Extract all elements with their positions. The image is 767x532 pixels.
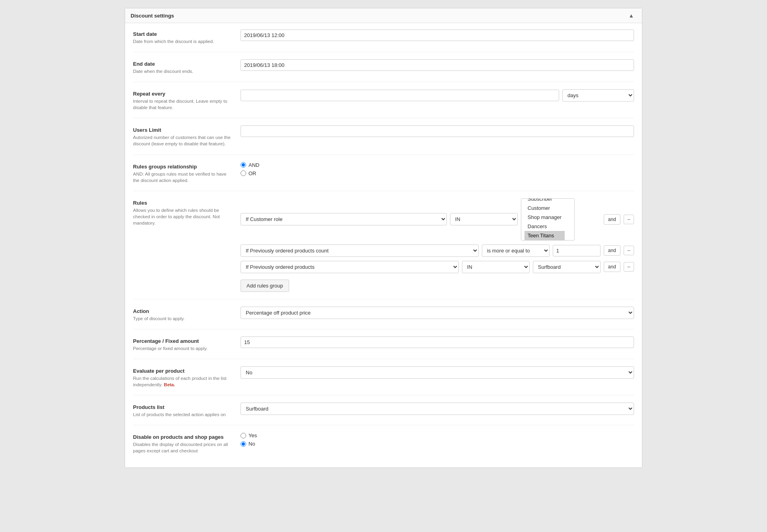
repeat-every-unit-select[interactable]: days weeks months bbox=[562, 89, 634, 102]
products-list-select[interactable]: Surfboard Product B Product C bbox=[241, 403, 634, 415]
users-limit-desc: Autorized number of customers that can u… bbox=[133, 135, 231, 146]
rules-groups-label-col: Rules groups relationship AND: All group… bbox=[133, 162, 241, 184]
disable-yes-label: Yes bbox=[248, 432, 257, 438]
repeat-every-label-col: Repeat every Interval to repeat the disc… bbox=[133, 89, 241, 111]
products-list-control: Surfboard Product B Product C bbox=[241, 403, 634, 415]
percentage-amount-desc: Percentage or fixed amount to apply. bbox=[133, 346, 207, 351]
disable-on-pages-desc: Disables the display of discounted price… bbox=[133, 442, 228, 453]
products-list-label: Products list bbox=[133, 404, 233, 410]
evaluate-per-product-desc: Run the calculations of each product in … bbox=[133, 376, 227, 387]
rule-2-row: If Customer role If Previously ordered p… bbox=[241, 244, 634, 257]
repeat-every-row: Repeat every Interval to repeat the disc… bbox=[133, 89, 634, 118]
radio-and-label: AND bbox=[248, 162, 259, 168]
rule-3-value: Surfboard Product B Product C bbox=[533, 261, 601, 273]
action-select[interactable]: Percentage off product price Fixed amoun… bbox=[241, 307, 634, 319]
rule-2-remove-button[interactable]: − bbox=[624, 246, 634, 255]
rules-container: If Customer role If Previously ordered p… bbox=[241, 198, 634, 292]
disable-yes-option[interactable]: Yes bbox=[241, 432, 634, 438]
disable-no-label: No bbox=[248, 441, 255, 447]
add-rules-group-button[interactable]: Add rules group bbox=[241, 280, 289, 292]
panel-body: Start date Date from which the discount … bbox=[125, 23, 642, 467]
rule-2-and-button[interactable]: and bbox=[604, 245, 620, 256]
rule-3-remove-button[interactable]: − bbox=[624, 262, 634, 272]
rule-3-condition: If Customer role If Previously ordered p… bbox=[241, 261, 459, 273]
users-limit-input[interactable] bbox=[241, 125, 634, 137]
end-date-input[interactable] bbox=[241, 59, 634, 71]
panel-title: Discount settings bbox=[131, 13, 174, 19]
rules-groups-control: AND OR bbox=[241, 162, 634, 176]
repeat-every-input[interactable] bbox=[241, 90, 559, 101]
products-list-label-col: Products list List of products the selec… bbox=[133, 403, 241, 418]
rule-1-operator: IN NOT IN is more or equal to bbox=[450, 213, 518, 225]
action-row: Action Type of discount to apply. Percen… bbox=[133, 307, 634, 329]
start-date-control bbox=[241, 29, 634, 41]
end-date-label-col: End date Date when the discount ends. bbox=[133, 59, 241, 74]
disable-no-radio[interactable] bbox=[241, 441, 246, 447]
products-list-row: Products list List of products the selec… bbox=[133, 403, 634, 425]
panel-collapse-button[interactable]: ▲ bbox=[626, 12, 636, 20]
rules-desc: Allows you to define which rules should … bbox=[133, 208, 220, 225]
rules-row: Rules Allows you to define which rules s… bbox=[133, 198, 634, 299]
rule-2-condition-select[interactable]: If Customer role If Previously ordered p… bbox=[241, 244, 479, 257]
evaluate-per-product-label-col: Evaluate per product Run the calculation… bbox=[133, 366, 241, 388]
rule-3-operator: IN NOT IN is more or equal to bbox=[462, 261, 530, 273]
rule-3-operator-select[interactable]: IN NOT IN is more or equal to bbox=[462, 261, 530, 273]
radio-or-option[interactable]: OR bbox=[241, 170, 634, 176]
disable-on-pages-label: Disable on products and shop pages bbox=[133, 434, 233, 440]
disable-yes-radio[interactable] bbox=[241, 433, 246, 438]
percentage-amount-label: Percentage / Fixed amount bbox=[133, 338, 233, 344]
users-limit-row: Users Limit Autorized number of customer… bbox=[133, 125, 634, 155]
start-date-label: Start date bbox=[133, 31, 233, 37]
percentage-amount-label-col: Percentage / Fixed amount Percentage or … bbox=[133, 336, 241, 352]
rule-2-condition: If Customer role If Previously ordered p… bbox=[241, 244, 479, 257]
start-date-desc: Date from which the discount is applied. bbox=[133, 39, 214, 44]
rule-1-multiselect[interactable]: Subscriber Customer Shop manager Dancers… bbox=[521, 198, 575, 241]
percentage-amount-input[interactable] bbox=[241, 336, 634, 348]
users-limit-label-col: Users Limit Autorized number of customer… bbox=[133, 125, 241, 147]
evaluate-per-product-select[interactable]: No Yes bbox=[241, 366, 634, 379]
rule-3-value-select[interactable]: Surfboard Product B Product C bbox=[533, 261, 601, 273]
rule-3-row: If Customer role If Previously ordered p… bbox=[241, 261, 634, 273]
rule-1-operator-select[interactable]: IN NOT IN is more or equal to bbox=[450, 213, 518, 225]
radio-and-input[interactable] bbox=[241, 162, 246, 168]
rule-2-operator: IN NOT IN is more or equal to bbox=[482, 244, 550, 257]
rules-groups-label: Rules groups relationship bbox=[133, 164, 233, 170]
rule-2-value bbox=[553, 245, 601, 256]
start-date-input[interactable] bbox=[241, 29, 634, 41]
end-date-desc: Date when the discount ends. bbox=[133, 69, 194, 74]
start-date-row: Start date Date from which the discount … bbox=[133, 29, 634, 52]
start-date-label-col: Start date Date from which the discount … bbox=[133, 29, 241, 45]
disable-on-pages-radio-group: Yes No bbox=[241, 432, 634, 447]
rule-3-condition-select[interactable]: If Customer role If Previously ordered p… bbox=[241, 261, 459, 273]
radio-and-option[interactable]: AND bbox=[241, 162, 634, 168]
rule-1-condition: If Customer role If Previously ordered p… bbox=[241, 213, 447, 225]
rules-groups-relationship-row: Rules groups relationship AND: All group… bbox=[133, 162, 634, 191]
panel-header: Discount settings ▲ bbox=[125, 8, 642, 23]
radio-or-input[interactable] bbox=[241, 170, 246, 176]
rule-1-condition-select[interactable]: If Customer role If Previously ordered p… bbox=[241, 213, 447, 225]
rule-1-and-button[interactable]: and bbox=[604, 214, 620, 225]
end-date-label: End date bbox=[133, 61, 233, 67]
repeat-every-control: days weeks months bbox=[241, 89, 634, 102]
rules-label-col: Rules Allows you to define which rules s… bbox=[133, 198, 241, 226]
radio-or-label: OR bbox=[248, 170, 256, 176]
disable-on-pages-label-col: Disable on products and shop pages Disab… bbox=[133, 432, 241, 454]
rule-2-value-input[interactable] bbox=[553, 245, 601, 256]
repeat-every-desc: Interval to repeat the discount. Leave e… bbox=[133, 99, 227, 110]
evaluate-per-product-control: No Yes bbox=[241, 366, 634, 379]
rule-1-remove-button[interactable]: − bbox=[624, 215, 634, 224]
disable-no-option[interactable]: No bbox=[241, 441, 634, 447]
rule-1-value: Subscriber Customer Shop manager Dancers… bbox=[521, 198, 601, 241]
users-limit-control bbox=[241, 125, 634, 137]
rules-groups-radio-group: AND OR bbox=[241, 162, 634, 176]
repeat-every-label: Repeat every bbox=[133, 91, 233, 97]
rules-groups-desc: AND: All groups rules must be verified t… bbox=[133, 172, 227, 183]
evaluate-per-product-beta: Beta. bbox=[164, 382, 175, 387]
rule-1-row: If Customer role If Previously ordered p… bbox=[241, 198, 634, 241]
action-label-col: Action Type of discount to apply. bbox=[133, 307, 241, 322]
rule-3-and-button[interactable]: and bbox=[604, 262, 620, 272]
rule-2-operator-select[interactable]: IN NOT IN is more or equal to bbox=[482, 244, 550, 257]
discount-settings-panel: Discount settings ▲ Start date Date from… bbox=[125, 8, 642, 468]
percentage-amount-row: Percentage / Fixed amount Percentage or … bbox=[133, 336, 634, 359]
action-label: Action bbox=[133, 308, 233, 314]
